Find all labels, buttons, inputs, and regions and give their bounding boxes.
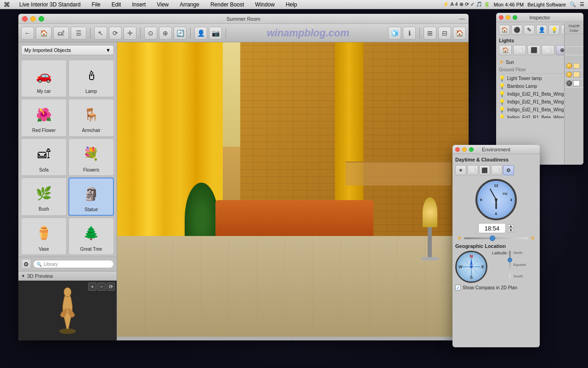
lights-btn-2[interactable]: ⬜ xyxy=(513,45,526,55)
gear-button[interactable]: ⚙ xyxy=(21,259,31,269)
time-up[interactable]: ▲ xyxy=(508,224,514,228)
objects-dropdown[interactable]: My Imported Objects ▼ xyxy=(21,45,114,55)
clock-hands-svg xyxy=(477,181,515,218)
brightness-slider[interactable] xyxy=(464,237,528,239)
insp-btn-person[interactable]: 👤 xyxy=(536,25,547,35)
search-field[interactable]: 🔍 Library xyxy=(33,260,114,268)
toolbar-list[interactable]: ☰ xyxy=(71,27,86,40)
lat-equator: Equator xyxy=(514,263,526,267)
toolbar-view3d[interactable]: ⊟ xyxy=(438,27,451,40)
window-collapse[interactable]: — xyxy=(459,16,465,22)
toolbar-rotate[interactable]: ⟳ xyxy=(109,27,122,40)
latitude-control: North Equator South xyxy=(509,251,526,278)
back-button[interactable]: ← xyxy=(21,27,34,40)
env-close[interactable] xyxy=(455,147,460,152)
latitude-section: Latitude: North Equator South xyxy=(492,251,526,278)
lat-north: North xyxy=(514,251,526,255)
maximize-button[interactable] xyxy=(39,16,44,22)
menu-insert[interactable]: Insert xyxy=(130,1,147,8)
toolbar-add[interactable]: ⊕ xyxy=(159,27,172,40)
brightness-thumb xyxy=(490,236,495,241)
color-swatch-3[interactable] xyxy=(573,80,580,86)
toolbar-furniture[interactable]: 🛋 xyxy=(53,27,69,40)
refresh-button[interactable]: ⟳ xyxy=(107,282,115,291)
insp-btn-edit[interactable]: ✎ xyxy=(524,25,535,35)
list-icon[interactable]: ☰ xyxy=(580,1,584,7)
env-btn-day[interactable]: ☀ xyxy=(455,165,466,175)
search-icon[interactable]: 🔍 xyxy=(570,1,576,7)
armchair-icon: 🪑 xyxy=(79,102,104,127)
preview-label: 3D Preview xyxy=(27,273,53,279)
env-btn-partly[interactable]: ⬜ xyxy=(467,165,478,175)
toolbar-camera[interactable]: 📷 xyxy=(209,27,222,40)
color-swatch-1[interactable] xyxy=(573,63,580,69)
toolbar-house[interactable]: 🏠 xyxy=(453,27,466,40)
menu-render[interactable]: Render Boost xyxy=(209,1,246,8)
toolbar-view2d[interactable]: ⊞ xyxy=(424,27,436,40)
viewport[interactable]: ⋮ xyxy=(117,42,469,340)
menu-arrange[interactable]: Arrange xyxy=(178,1,201,8)
menu-app[interactable]: Live Interior 3D Standard xyxy=(17,1,82,8)
object-sofa[interactable]: 🛋 Sofa xyxy=(21,138,67,176)
time-display[interactable]: 18:54 xyxy=(478,223,506,233)
object-armchair[interactable]: 🪑 Armchair xyxy=(68,99,114,136)
show-compass-checkbox[interactable]: ✓ xyxy=(455,285,461,290)
toolbar-person[interactable]: 👤 xyxy=(194,27,207,40)
lights-btn-3[interactable]: ⬛ xyxy=(527,45,540,55)
inspector-minimize[interactable] xyxy=(506,15,510,20)
inspector-close[interactable] xyxy=(499,15,503,20)
object-flowers[interactable]: 💐 Flowers xyxy=(68,138,114,176)
time-down[interactable]: ▼ xyxy=(508,229,514,232)
lat-track[interactable] xyxy=(509,251,511,278)
inspector-maximize[interactable] xyxy=(513,15,517,20)
lamp-icon: 🕯 xyxy=(79,63,104,88)
search-placeholder: Library xyxy=(44,262,58,267)
lights-btn-4[interactable]: ⬜ xyxy=(542,45,554,55)
zoom-in-button[interactable]: + xyxy=(88,282,96,291)
menu-window[interactable]: Window xyxy=(253,1,277,8)
zoom-out-button[interactable]: − xyxy=(97,282,106,291)
insp-btn-circle[interactable]: ⚫ xyxy=(511,25,522,35)
object-lamp[interactable]: 🕯 Lamp xyxy=(68,60,114,97)
minimize-button[interactable] xyxy=(30,16,36,22)
lights-onoff-panel: On|Off Color xyxy=(564,23,583,165)
resize-handle[interactable]: ⋮ xyxy=(117,337,469,340)
toolbar-scene-cube[interactable]: 🧊 xyxy=(388,27,401,40)
toolbar-move[interactable]: ✛ xyxy=(124,27,136,40)
object-great-tree[interactable]: 🌲 Great Tree xyxy=(68,218,114,255)
on-off-header: On|Off xyxy=(569,24,579,28)
object-my-car[interactable]: 🚗 My car xyxy=(21,60,67,97)
toolbar-refresh[interactable]: 🔄 xyxy=(174,27,187,40)
color-swatch-2[interactable] xyxy=(573,72,580,77)
insp-btn-light[interactable]: 💡 xyxy=(548,25,560,35)
preview-header[interactable]: ▼ 3D Preview xyxy=(18,271,117,281)
env-btn-cloud[interactable]: ⬛ xyxy=(479,165,490,175)
env-btn-rain[interactable]: ⬜ xyxy=(491,165,502,175)
env-btn-settings[interactable]: ⚙ xyxy=(503,165,514,175)
toolbar-select[interactable]: ↖ xyxy=(94,27,107,40)
env-maximize[interactable] xyxy=(469,147,474,152)
insp-btn-house[interactable]: 🏠 xyxy=(499,25,510,35)
object-vase[interactable]: ⚱️ Vase xyxy=(21,218,67,255)
object-bush[interactable]: 🌿 Bush xyxy=(21,178,67,215)
color-header: Color xyxy=(570,29,578,33)
apple-menu[interactable]: ⌘ xyxy=(4,1,10,8)
menu-edit[interactable]: Edit xyxy=(110,1,123,8)
lights-col-headers: On|Off Color xyxy=(565,23,583,34)
light-on-off-3[interactable] xyxy=(565,79,583,88)
menu-view[interactable]: View xyxy=(155,1,170,8)
light-on-off-2[interactable] xyxy=(565,70,583,79)
toolbar-rooms[interactable]: 🏠 xyxy=(36,27,51,40)
menu-file[interactable]: File xyxy=(90,1,102,8)
menu-help[interactable]: Help xyxy=(284,1,299,8)
separator-2 xyxy=(140,28,141,39)
menubar-right: ⚡ A 4 ⊕ ⟳ ✓ 🎵 🔋 Mon 4:46 PM BeLight Soft… xyxy=(443,1,584,7)
object-statue[interactable]: 🗿 Statue xyxy=(68,178,114,215)
toolbar-circle[interactable]: ⊙ xyxy=(144,27,157,40)
env-minimize[interactable] xyxy=(462,147,467,152)
object-red-flower[interactable]: 🌺 Red Flower xyxy=(21,99,67,136)
close-button[interactable] xyxy=(22,16,28,22)
lights-btn-1[interactable]: 🏠 xyxy=(499,45,512,55)
toolbar-info[interactable]: ℹ xyxy=(403,27,416,40)
light-on-off-1[interactable] xyxy=(565,62,583,70)
